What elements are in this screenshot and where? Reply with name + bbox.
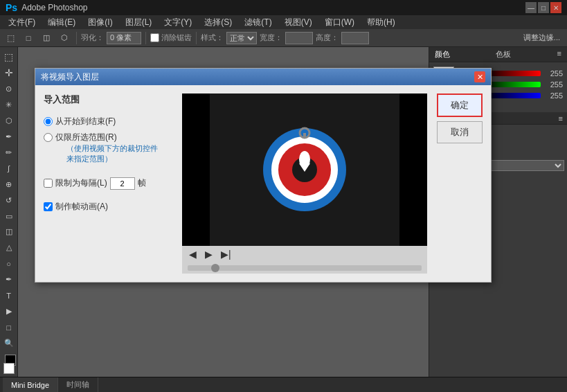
style-select[interactable]: 正常: [226, 32, 257, 44]
adjust-edges-button[interactable]: 调整边缘...: [519, 30, 564, 46]
maximize-button[interactable]: □: [538, 2, 549, 13]
anti-alias-checkbox[interactable]: [150, 33, 159, 42]
tool-rect-select[interactable]: ⬚: [3, 30, 18, 46]
svg-rect-7: [303, 133, 306, 139]
black-bar-left: [182, 93, 210, 246]
menu-edit[interactable]: 编辑(E): [42, 15, 81, 30]
tab-mini-bridge[interactable]: Mini Bridge: [3, 377, 58, 392]
radio-group: 从开始到结束(F) 仅限所选范围(R) （使用视频下方的裁切控件来指定范围）: [44, 116, 175, 165]
cancel-button[interactable]: 取消: [437, 121, 483, 143]
r-value: 255: [543, 69, 563, 78]
animate-checkbox[interactable]: [44, 202, 53, 211]
ok-button[interactable]: 确定: [437, 93, 483, 117]
tool-shape[interactable]: □: [1, 320, 17, 335]
app-icon: Ps: [6, 2, 17, 13]
close-button[interactable]: ✕: [550, 2, 561, 13]
tool-eyedropper[interactable]: ✒: [1, 130, 17, 144]
g-slider[interactable]: [483, 82, 541, 87]
ctrl-play-button[interactable]: ▶: [204, 249, 214, 260]
sep2: [145, 32, 146, 44]
color-tab[interactable]: 颜色: [435, 49, 450, 60]
swatch-tab[interactable]: 色板: [496, 49, 511, 60]
tool-crop[interactable]: ⬡: [1, 114, 17, 128]
tool-magic-wand[interactable]: ✳: [1, 98, 17, 112]
dialog-title-bar: 将视频导入图层 ✕: [35, 69, 491, 85]
title-bar-left: Ps Adobe Photoshop: [6, 2, 88, 13]
scrub-bar: [182, 262, 427, 274]
radio-selection-label: 仅限所选范围(R): [55, 132, 117, 142]
panel-menu-icon[interactable]: ≡: [557, 49, 561, 60]
tab-timeline[interactable]: 时间轴: [58, 377, 98, 392]
animate-label: 制作帧动画(A): [55, 201, 108, 213]
menu-filter[interactable]: 滤镜(T): [239, 15, 277, 30]
dialog-body: 导入范围 从开始到结束(F) 仅限所选范围(R) （使用视频下方的裁切控件来指定…: [35, 85, 491, 282]
bottom-bar: Mini Bridge 时间轴: [0, 377, 567, 392]
left-toolbar: ⬚ ✛ ⊙ ✳ ⬡ ✒ ✏ ∫ ⊕ ↺ ▭ ◫ △ ○ ✒ T ▶ □ 🔍: [0, 47, 18, 377]
tool-gradient[interactable]: ◫: [1, 224, 17, 239]
height-input[interactable]: [341, 32, 369, 44]
menu-image[interactable]: 图像(I): [82, 15, 118, 30]
tool-eraser[interactable]: ▭: [1, 209, 17, 224]
tool-heal[interactable]: ✏: [1, 145, 17, 160]
sep1: [76, 32, 77, 44]
tool-history[interactable]: ↺: [1, 193, 17, 208]
frame-unit-label: 帧: [138, 177, 146, 189]
menu-text[interactable]: 文字(Y): [159, 15, 197, 30]
scrub-thumb[interactable]: [211, 264, 219, 272]
tool-text[interactable]: T: [1, 288, 17, 303]
ctrl-next-button[interactable]: ▶|: [219, 249, 233, 260]
tool-option2[interactable]: ◫: [39, 30, 54, 46]
tool-brush[interactable]: ∫: [1, 161, 17, 176]
tool-pen[interactable]: ✒: [1, 272, 17, 287]
title-bar: Ps Adobe Photoshop — □ ✕: [0, 0, 567, 15]
window-controls: — □ ✕: [525, 2, 561, 13]
width-input[interactable]: [285, 32, 313, 44]
menu-layer[interactable]: 图层(L): [120, 15, 158, 30]
tool-path-select[interactable]: ▶: [1, 304, 17, 319]
video-preview-area: ◀ ▶ ▶|: [182, 93, 427, 274]
background-color[interactable]: [3, 363, 15, 374]
dialog-options: 导入范围 从开始到结束(F) 仅限所选范围(R) （使用视频下方的裁切控件来指定…: [44, 93, 175, 274]
tool-lasso[interactable]: ⊙: [1, 82, 17, 96]
menu-bar: 文件(F) 编辑(E) 图像(I) 图层(L) 文字(Y) 选择(S) 滤镜(T…: [0, 15, 567, 29]
minimize-button[interactable]: —: [525, 2, 537, 13]
video-controls: ◀ ▶ ▶|: [182, 246, 427, 262]
b-slider[interactable]: [483, 93, 541, 98]
sep3: [196, 32, 197, 44]
tool-move[interactable]: ✛: [1, 66, 17, 80]
style-label: 样式：: [201, 33, 224, 43]
layers-menu-icon[interactable]: ≡: [559, 114, 563, 123]
tool-blur[interactable]: △: [1, 240, 17, 255]
height-label: 高度：: [316, 33, 339, 43]
scrub-track[interactable]: [188, 265, 422, 271]
radio-row-1: 从开始到结束(F): [44, 116, 175, 127]
feather-label: 羽化：: [81, 33, 104, 43]
color-tools: [2, 355, 16, 374]
app-title: Adobe Photoshop: [21, 3, 87, 12]
tool-zoom[interactable]: 🔍: [1, 336, 17, 350]
r-slider[interactable]: [483, 71, 541, 76]
radio-selection[interactable]: [44, 133, 53, 142]
ctrl-prev-button[interactable]: ◀: [188, 249, 198, 260]
tool-dodge[interactable]: ○: [1, 256, 17, 271]
menu-window[interactable]: 窗口(W): [319, 15, 360, 30]
menu-view[interactable]: 视图(V): [279, 15, 318, 30]
anti-alias-label: 消除锯齿: [150, 33, 192, 43]
dialog-action-buttons: 确定 取消: [434, 93, 483, 274]
tool-option3[interactable]: ⬡: [57, 30, 72, 46]
frame-interval-input[interactable]: [110, 177, 135, 190]
menu-select[interactable]: 选择(S): [199, 15, 237, 30]
radio-full-label: 从开始到结束(F): [55, 116, 116, 127]
dialog-close-button[interactable]: ✕: [474, 71, 485, 82]
menu-help[interactable]: 帮助(H): [361, 15, 401, 30]
tool-stamp[interactable]: ⊕: [1, 177, 17, 192]
tool-option1[interactable]: □: [21, 30, 36, 46]
frame-limit-checkbox[interactable]: [44, 179, 53, 188]
menu-file[interactable]: 文件(F): [3, 15, 41, 30]
width-label: 宽度：: [260, 33, 282, 43]
radio-full[interactable]: [44, 117, 53, 126]
video-preview-icon: [260, 125, 350, 215]
feather-input[interactable]: [107, 32, 141, 44]
dialog-title: 将视频导入图层: [41, 71, 99, 83]
tool-select[interactable]: ⬚: [1, 50, 17, 64]
